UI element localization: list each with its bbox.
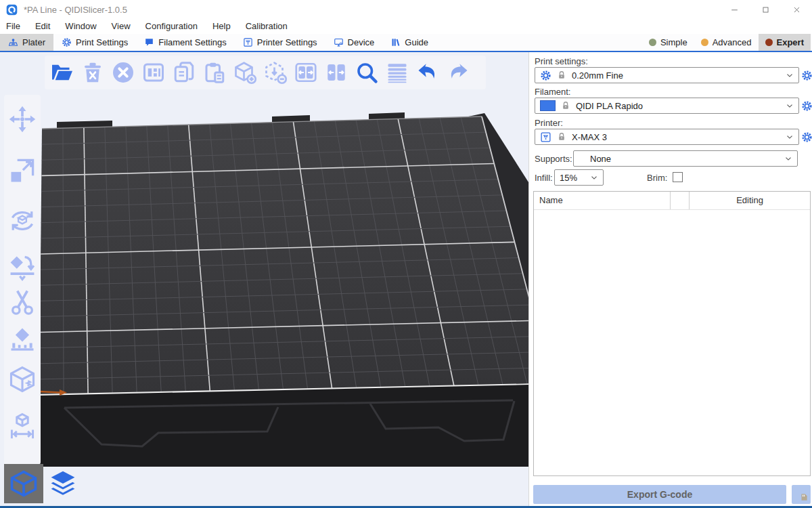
chevron-down-icon [785,70,794,80]
app-logo-icon [6,4,18,16]
split-parts-icon[interactable] [324,60,348,85]
tab-filament-settings[interactable]: Filament Settings [136,34,234,51]
plater-icon [8,37,18,47]
view-switch [4,464,83,503]
filament-combo[interactable]: QIDI PLA Rapido [535,98,799,114]
menu-help[interactable]: Help [205,19,238,34]
lock-icon [557,70,566,80]
column-header-editing: Editing [689,192,810,209]
cut-icon[interactable] [7,287,37,317]
undo-icon[interactable] [415,60,440,85]
printer-combo[interactable]: X-MAX 3 [535,129,799,145]
maximize-button[interactable] [750,0,781,19]
filament-value: QIDI PLA Rapido [576,101,643,111]
chevron-down-icon [785,101,794,110]
mode-dot-icon [701,39,708,46]
preview-view-icon [48,469,78,499]
print-bed [0,52,528,506]
preview-view-button[interactable] [43,464,83,503]
seam-icon[interactable] [7,364,37,394]
menubar: FileEditWindowViewConfigurationHelpCalib… [0,19,812,34]
menu-calibration[interactable]: Calibration [238,19,295,34]
move-icon[interactable] [7,104,37,134]
top-toolbar [45,56,486,89]
chevron-down-icon [784,154,793,163]
column-header-extruder [670,192,689,209]
print-settings-gear-button[interactable] [801,70,812,81]
menu-window[interactable]: Window [58,19,104,34]
export-gcode-button[interactable]: Export G-code [533,485,786,504]
lock-icon [561,101,570,110]
supports-label: Supports: [535,154,572,164]
sd-card-icon [799,492,809,502]
printer-gear-button[interactable] [801,131,812,143]
guide-icon [390,37,401,47]
device-icon [334,37,344,47]
open-folder-icon[interactable] [50,60,74,85]
mode-dot-icon [649,39,656,46]
print-settings-value: 0.20mm Fine [572,70,623,81]
tab-plater[interactable]: Plater [0,34,53,51]
filament-gear-button[interactable] [801,100,812,112]
infill-value: 15% [560,173,577,183]
delete-all-icon[interactable] [111,60,135,85]
printer-value: X-MAX 3 [572,132,607,142]
mode-advanced[interactable]: Advanced [694,34,759,51]
infill-combo[interactable]: 15% [554,169,604,186]
print-settings-label: Print settings: [535,56,588,66]
layer-height-icon[interactable] [385,60,409,85]
scale-icon[interactable] [7,156,37,186]
mode-simple[interactable]: Simple [642,34,694,51]
tab-printer-settings[interactable]: Printer Settings [235,34,325,51]
window-controls [719,0,812,19]
arrange-icon[interactable] [141,60,166,85]
tab-device[interactable]: Device [325,34,383,51]
object-list[interactable]: Name Editing [533,191,811,476]
viewport-3d[interactable] [0,52,528,506]
titlebar: *PA Line - QIDISlicer-1.0.5 [0,0,812,19]
close-button[interactable] [781,0,812,19]
brim-checkbox[interactable] [673,172,683,182]
print-settings-combo[interactable]: 0.20mm Fine [535,67,799,83]
menu-view[interactable]: View [104,19,138,34]
filament-icon [144,37,154,47]
tab-guide[interactable]: Guide [382,34,436,51]
column-header-name: Name [534,192,670,209]
editor-view-icon [9,469,39,499]
menu-configuration[interactable]: Configuration [138,19,205,34]
brim-label: Brim: [647,173,667,183]
object-list-header: Name Editing [534,192,810,210]
tab-print-settings[interactable]: Print Settings [53,34,136,51]
mode-dot-icon [765,39,773,46]
remove-instance-icon[interactable] [263,60,288,85]
chevron-down-icon [589,173,599,182]
tabs: PlaterPrint SettingsFilament SettingsPri… [0,34,436,51]
support-paint-icon[interactable] [7,324,37,354]
printer-label: Printer: [535,118,563,128]
copy-icon[interactable] [172,60,196,85]
printer-icon [540,131,551,143]
editor-view-button[interactable] [4,464,43,503]
supports-combo[interactable]: None [573,150,798,167]
mode-expert[interactable]: Expert [759,34,811,51]
minimize-button[interactable] [719,0,750,19]
infill-label: Infill: [535,173,553,183]
place-on-face-icon[interactable] [7,252,37,282]
search-icon[interactable] [355,60,379,85]
gear-icon [62,37,72,47]
right-panel: Print settings: 0.20mm Fine Filament: QI… [528,52,812,506]
export-removable-button[interactable] [792,485,811,504]
redo-icon[interactable] [446,60,470,85]
paste-icon[interactable] [202,60,227,85]
split-objects-icon[interactable] [294,60,318,85]
chevron-down-icon [785,132,794,142]
menu-file[interactable]: File [0,19,28,34]
measure-icon[interactable] [7,410,37,440]
filament-label: Filament: [535,87,570,97]
add-instance-icon[interactable] [233,60,257,85]
rotate-icon[interactable] [7,206,37,236]
window-title: *PA Line - QIDISlicer-1.0.5 [24,5,127,15]
delete-icon[interactable] [81,60,105,85]
menu-edit[interactable]: Edit [28,19,58,34]
lock-icon [557,132,566,142]
